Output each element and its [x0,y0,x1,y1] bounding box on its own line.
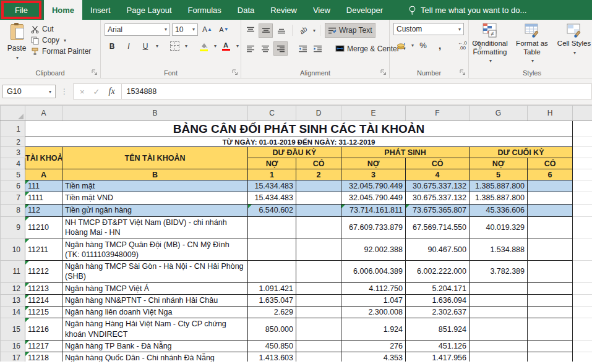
cell-c4-row16[interactable]: 451.126 [406,340,470,352]
cell-c3-row12[interactable]: 4.112.750 [341,282,406,294]
insert-function-icon[interactable]: fx [109,87,115,96]
cell-c3-row8[interactable]: 73.714.161.811 [341,204,406,216]
header-credit-2[interactable]: CÓ [528,158,573,169]
number-format-combo[interactable]: Custom ▾ [393,23,464,35]
cell-acct-row9[interactable]: 11210 [25,216,62,239]
cell-c3-row9[interactable]: 67.609.733.879 [341,216,406,239]
row-header-10[interactable]: 10 [1,239,25,261]
wrap-text-button[interactable]: Wrap Text [325,23,375,38]
cell-c1-row15[interactable]: 850.000 [248,318,296,341]
row-header-14[interactable]: 14 [1,307,25,318]
format-as-table-button[interactable]: Format as Table▾ [512,22,552,68]
row-header-13[interactable]: 13 [1,294,25,306]
tab-insert[interactable]: Insert [82,0,119,20]
header-credit-0[interactable]: CÓ [296,158,341,169]
cell-c3-row10[interactable]: 92.002.388 [341,239,406,261]
empty-cell[interactable] [573,318,592,341]
cell-c5-row9[interactable]: 40.019.329 [470,216,528,239]
row-header-11[interactable]: 11 [1,261,25,283]
empty-cell[interactable] [573,158,592,169]
column-header-G[interactable]: G [470,106,528,121]
cell-c6-row10[interactable] [528,239,573,261]
header-index-5[interactable]: 5 [470,169,528,180]
cell-c6-row16[interactable] [528,340,573,352]
row-header-5[interactable]: 5 [1,169,25,180]
increase-indent-button[interactable] [311,42,324,55]
cell-c2-row17[interactable] [296,352,341,362]
fill-color-dropdown-arrow[interactable]: ▾ [214,43,217,49]
cell-c2-row6[interactable] [296,180,341,192]
cell-c3-row7[interactable]: 32.045.790.449 [341,192,406,204]
cell-c4-row10[interactable]: 90.467.500 [406,239,470,261]
cell-c2-row13[interactable] [296,294,341,306]
italic-button[interactable]: I [121,40,136,53]
cell-c1-row14[interactable]: 2.629 [248,307,296,318]
copy-button[interactable]: Copy ▾ [31,36,91,44]
cell-c4-row8[interactable]: 73.675.365.807 [406,204,470,216]
header-index-4[interactable]: 4 [406,169,470,180]
cell-c2-row9[interactable] [296,216,341,239]
percent-style-button[interactable]: % [416,39,431,52]
header-index-B[interactable]: B [62,169,248,180]
cell-c3-row16[interactable]: 276 [341,340,406,352]
cell-c5-row8[interactable]: 45.336.606 [470,204,528,216]
row-header-8[interactable]: 8 [1,204,25,216]
cell-name-row8[interactable]: Tiền gửi ngân hàng [62,204,248,216]
select-all-corner[interactable] [1,106,25,121]
tab-data[interactable]: Data [230,0,262,20]
cell-c2-row7[interactable] [296,192,341,204]
row-header-9[interactable]: 9 [1,216,25,239]
header-account-name[interactable]: TÊN TÀI KHOẢN [62,147,248,169]
cell-acct-row11[interactable]: 11212 [25,261,62,283]
cell-c5-row6[interactable]: 1.385.887.800 [470,180,528,192]
cell-c6-row9[interactable] [528,216,573,239]
header-group-0[interactable]: DƯ ĐẦU KỲ [248,147,341,158]
tab-view[interactable]: View [305,0,338,20]
font-color-button[interactable]: A [218,40,233,53]
cell-name-row10[interactable]: Ngân hàng TMCP Quân Đội (MB) - CN Mỹ Đìn… [62,239,248,261]
cell-name-row6[interactable]: Tiền mặt [62,180,248,192]
cell-acct-row14[interactable]: 11215 [25,307,62,318]
tab-home[interactable]: Home [44,0,82,20]
accounting-format-dropdown-arrow[interactable]: ▾ [411,43,414,48]
cell-name-row11[interactable]: Ngân hàng TMCP Sài Gòn - Hà Nội - CN Hải… [62,261,248,283]
cell-c5-row12[interactable] [470,282,528,294]
cell-c2-row16[interactable] [296,340,341,352]
empty-cell[interactable] [573,340,592,352]
header-index-2[interactable]: 2 [296,169,341,180]
header-index-3[interactable]: 3 [341,169,406,180]
header-debit-2[interactable]: NỢ [470,158,528,169]
align-left-button[interactable] [244,42,257,55]
row-header-7[interactable]: 7 [1,192,25,204]
header-group-1[interactable]: PHÁT SINH [341,147,470,158]
cell-c1-row13[interactable]: 1.635.047 [248,294,296,306]
cell-c4-row9[interactable]: 67.569.714.550 [406,216,470,239]
empty-cell[interactable] [573,180,592,192]
cut-button[interactable]: Cut [31,25,91,33]
cell-c6-row8[interactable] [528,204,573,216]
tab-developer[interactable]: Developer [338,0,391,20]
cell-c4-row17[interactable]: 1.417.956 [406,352,470,362]
font-size-combo[interactable]: 10 ▾ [172,23,198,36]
formula-input[interactable]: 1534888 [122,83,592,99]
column-header-D[interactable]: D [296,106,341,121]
orientation-dropdown-arrow[interactable]: ▾ [313,28,315,33]
cell-c5-row10[interactable]: 1.534.888 [470,239,528,261]
align-right-button[interactable] [273,41,288,56]
decrease-indent-button[interactable] [296,42,309,55]
empty-cell[interactable] [573,261,592,283]
cell-c1-row6[interactable]: 15.434.483 [248,180,296,192]
cell-acct-row8[interactable]: 112 [25,204,62,216]
cell-acct-row16[interactable]: 11217 [25,340,62,352]
cell-name-row17[interactable]: Ngân hàng Quốc Dân - Chi nhánh Đà Nẵng [62,352,248,362]
cell-c2-row11[interactable] [296,261,341,283]
empty-cell[interactable] [573,282,592,294]
cell-c6-row17[interactable] [528,352,573,362]
cell-acct-row12[interactable]: 11213 [25,282,62,294]
row-header-15[interactable]: 15 [1,318,25,341]
cell-c1-row7[interactable]: 15.434.483 [248,192,296,204]
cell-name-row13[interactable]: Ngân hàng NN&PTNT - Chi nhánh Hải Châu [62,294,248,306]
underline-button[interactable]: U [138,40,153,53]
name-box-dropdown-arrow[interactable]: ▾ [49,89,51,95]
cell-c4-row15[interactable]: 851.924 [406,318,470,341]
